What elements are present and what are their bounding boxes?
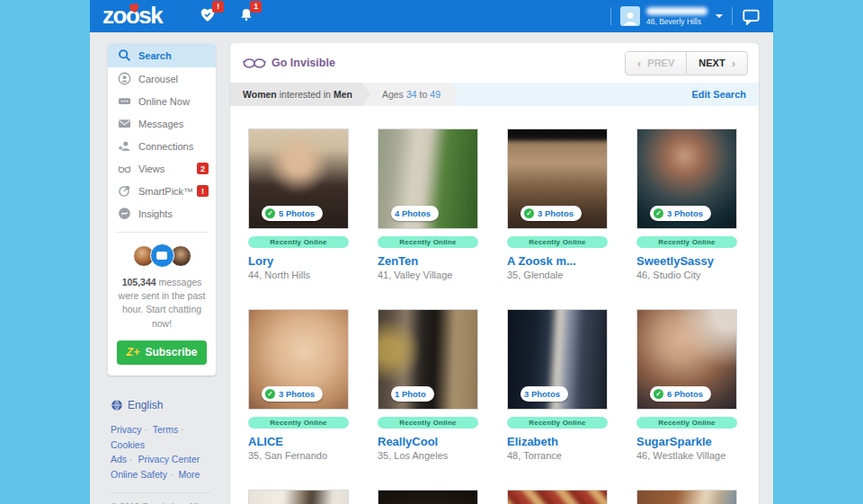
sidebar-item-smartpick[interactable]: SmartPick™ ! (108, 180, 216, 202)
age-from-value[interactable]: 34 (406, 89, 417, 100)
link-online-safety[interactable]: Online Safety (111, 469, 176, 480)
status-badge: Recently Online (507, 236, 608, 248)
link-privacy-center[interactable]: Privacy Center (138, 454, 200, 464)
user-age-location: 46, Beverly Hills (646, 17, 701, 26)
profile-photo[interactable] (507, 490, 608, 504)
go-invisible-label: Go Invisible (271, 57, 335, 69)
profile-card: 1 Photo Recently Online ReallyCool 35, L… (378, 309, 478, 461)
pager: ‹PREV NEXT› (625, 51, 748, 75)
carousel-icon (118, 72, 131, 85)
link-terms[interactable]: Terms (153, 424, 187, 435)
photos-count-pill: 1 Photo (391, 386, 434, 402)
zoosk-logo[interactable]: zoosk (102, 4, 162, 28)
edit-search-link[interactable]: Edit Search (691, 89, 759, 100)
prev-button[interactable]: ‹PREV (625, 51, 687, 75)
profile-photo[interactable]: ✓3 Photos (636, 128, 737, 229)
chat-bubble-icon (150, 243, 174, 268)
mask-icon (243, 57, 266, 69)
profile-age-location: 41, Valley Village (378, 270, 478, 280)
profile-card (507, 490, 608, 504)
status-badge: Recently Online (507, 417, 608, 429)
sidebar-item-label: Messages (138, 119, 183, 129)
profile-photo[interactable] (248, 490, 349, 504)
sidebar-item-label: Insights (138, 208, 173, 219)
chevron-left-icon: ‹ (637, 57, 641, 69)
heart-notifications-button[interactable]: ! (200, 7, 216, 26)
chat-icon (742, 8, 761, 25)
sidebar-item-messages[interactable]: Messages (108, 112, 216, 135)
profile-name-link[interactable]: Lory (248, 254, 349, 268)
verified-check-icon: ✓ (654, 389, 663, 399)
sidebar-item-label: Carousel (138, 74, 178, 84)
profile-name-link[interactable]: ALICE (248, 435, 349, 448)
link-privacy[interactable]: Privacy (111, 424, 150, 435)
sidebar-item-online-now[interactable]: Online Now (108, 90, 216, 112)
subscribe-button[interactable]: Z+ Subscribe (117, 340, 207, 365)
profile-age-location: 44, North Hills (248, 270, 349, 280)
profile-card (378, 490, 478, 504)
chat-button[interactable] (742, 8, 761, 25)
next-button[interactable]: NEXT› (686, 51, 748, 75)
sidebar-item-search[interactable]: Search (108, 43, 216, 67)
sidebar-item-connections[interactable]: Connections (108, 135, 216, 157)
photos-count-pill: ✓3 Photos (650, 206, 711, 221)
photos-count-pill: ✓5 Photos (262, 206, 323, 221)
profile-photo[interactable]: ✓5 Photos (248, 128, 349, 229)
profile-name-link[interactable]: Elizabeth (507, 435, 608, 448)
profile-name-link[interactable]: A Zoosk m... (507, 254, 608, 268)
link-cookies[interactable]: Cookies (111, 439, 145, 450)
messages-promo: 105,344 messages were sent in the past h… (108, 243, 216, 365)
profile-photo[interactable]: ✓3 Photos (507, 128, 608, 229)
profile-photo[interactable]: ✓6 Photos (636, 309, 737, 410)
photos-count-pill: 4 Photos (391, 206, 439, 221)
chevron-down-icon (716, 14, 723, 22)
search-icon (118, 49, 131, 62)
photos-count-pill: ✓6 Photos (650, 386, 711, 402)
verified-check-icon: ✓ (524, 208, 534, 218)
link-ads[interactable]: Ads (111, 454, 136, 464)
footer-links: Privacy Terms Cookies Ads Privacy Center… (111, 422, 216, 482)
promo-text: 105,344 messages were sent in the past h… (116, 276, 208, 331)
status-badge: Recently Online (248, 417, 349, 429)
profile-photo[interactable] (636, 490, 737, 504)
chevron-right-icon: › (732, 57, 735, 69)
profile-photo[interactable]: ✓3 Photos (248, 309, 349, 410)
online-now-icon (118, 94, 131, 108)
user-menu[interactable]: 46, Beverly Hills (620, 6, 723, 26)
language-selector[interactable]: English (111, 399, 216, 411)
promo-stat: 105,344 (122, 277, 156, 287)
verified-check-icon: ✓ (654, 208, 663, 218)
bell-notifications-button[interactable]: 1 (239, 7, 254, 26)
profile-card: ✓3 Photos Recently Online A Zoosk m... 3… (507, 128, 608, 280)
profile-name-link[interactable]: SugarSparkle (636, 435, 737, 448)
profile-name-link[interactable]: SweetlySassy (636, 254, 737, 268)
sidebar-item-label: Views (138, 164, 165, 174)
profile-photo[interactable]: 3 Photos (507, 309, 608, 410)
sidebar-item-views[interactable]: Views 2 (108, 157, 216, 180)
link-more[interactable]: More (178, 469, 200, 480)
profile-card: ✓6 Photos Recently Online SugarSparkle 4… (636, 309, 737, 461)
profile-card: ✓5 Photos Recently Online Lory 44, North… (248, 128, 349, 280)
age-to-value[interactable]: 49 (430, 89, 440, 100)
profile-card (248, 490, 349, 504)
sidebar-item-carousel[interactable]: Carousel (108, 67, 216, 90)
profile-name-link[interactable]: ReallyCool (378, 435, 478, 448)
page-column: zoosk ! 1 46, Beverly Hills (90, 0, 773, 504)
globe-icon (111, 399, 123, 411)
divider (115, 232, 209, 233)
filter-ages-tab[interactable]: Ages 34 to 49 (362, 83, 458, 106)
profile-name-link[interactable]: ZenTen (378, 254, 478, 268)
profile-age-location: 35, Los Angeles (378, 450, 478, 461)
profile-photo[interactable] (378, 490, 478, 504)
go-invisible-button[interactable]: Go Invisible (243, 57, 335, 69)
filter-gender-tab[interactable]: Women interested in Men (230, 83, 370, 106)
status-badge: Recently Online (378, 236, 478, 248)
photos-count-pill: ✓3 Photos (262, 386, 323, 402)
profile-photo[interactable]: 1 Photo (378, 309, 478, 410)
profile-photo[interactable]: 4 Photos (378, 128, 478, 229)
sidebar-item-insights[interactable]: Insights (108, 202, 216, 225)
sidebar-footer: English Privacy Terms Cookies Ads Privac… (108, 376, 216, 504)
insights-icon (118, 207, 131, 220)
sidebar: Search Carousel Online Now Messages (108, 43, 216, 504)
promo-avatars-illustration (116, 243, 208, 268)
